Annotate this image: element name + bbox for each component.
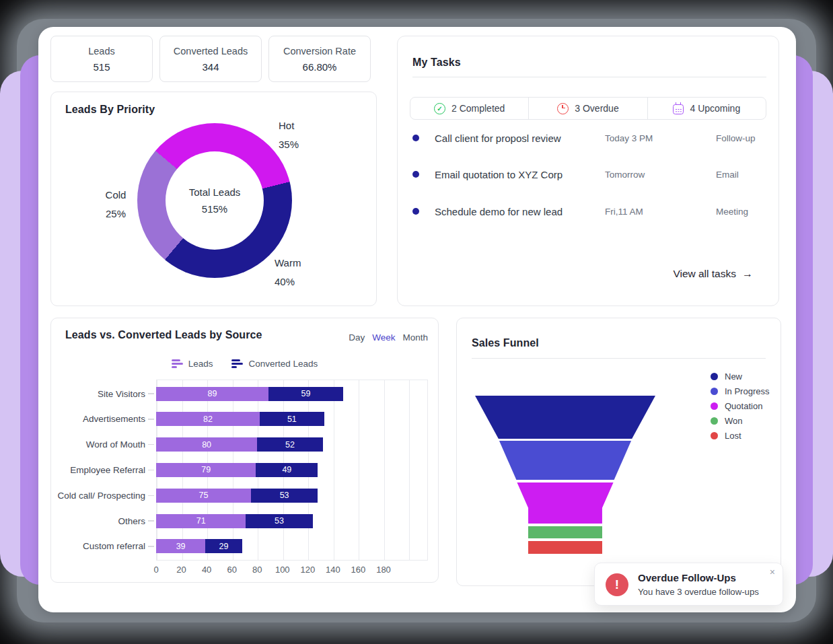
axis-tick	[148, 546, 154, 547]
task-due: Tomorrow	[605, 170, 645, 180]
funnel-legend: NewIn ProgressQuotationWonLost	[711, 372, 769, 440]
legend-dot-icon	[711, 402, 718, 410]
funnel-legend-item: In Progress	[711, 387, 769, 396]
divider	[472, 358, 766, 359]
divider	[412, 77, 766, 77]
funnel-legend-item: Won	[711, 417, 769, 425]
summary-overdue[interactable]: 3 Overdue	[528, 98, 647, 119]
bar-category-label: Cold call/ Prospecting	[51, 491, 145, 501]
funnel-chart	[475, 396, 655, 559]
bullet-icon	[412, 135, 419, 141]
legend-label: In Progress	[725, 386, 769, 396]
bar-category-label: Advertisements	[51, 414, 145, 424]
bar-row: Word of Mouth8052	[51, 437, 323, 452]
task-title: Schedule demo for new lead	[435, 206, 563, 217]
tab-month[interactable]: Month	[402, 332, 428, 343]
exclamation-icon: !	[606, 573, 628, 596]
summary-label: 4 Upcoming	[690, 103, 740, 114]
close-icon[interactable]: ×	[770, 567, 775, 577]
task-type: Meeting	[716, 207, 748, 217]
sales-funnel-panel: Sales Funnel NewIn ProgressQuotationWonL…	[456, 318, 781, 586]
bar-category-label: Custom referral	[51, 541, 145, 551]
task-row[interactable]: Email quotation to XYZ Corp Tomorrow Ema…	[412, 167, 766, 182]
task-due: Fri,11 AM	[605, 207, 643, 217]
panel-title: My Tasks	[412, 57, 461, 69]
summary-label: 3 Overdue	[575, 103, 618, 114]
bar-segment: 82	[156, 412, 260, 426]
x-axis-tick-label: 100	[275, 565, 290, 575]
legend-item-converted: Converted Leads	[231, 359, 318, 369]
check-circle-icon: ✓	[434, 103, 445, 114]
bar-category-label: Others	[51, 516, 145, 526]
axis-tick	[148, 419, 154, 420]
x-axis-tick-label: 120	[300, 565, 315, 575]
task-row[interactable]: Schedule demo for new lead Fri,11 AM Mee…	[412, 204, 766, 219]
calendar-icon	[673, 104, 684, 114]
x-axis-tick-label: 0	[153, 565, 158, 575]
axis-tick	[148, 520, 154, 522]
funnel-stage-in-progress	[475, 441, 655, 480]
view-all-label: View all tasks	[673, 268, 736, 280]
task-title: Email quotation to XYZ Corp	[435, 169, 563, 180]
funnel-legend-item: Quotation	[711, 402, 769, 410]
slice-label-cold: Cold25%	[90, 186, 141, 223]
legend-label: Won	[725, 416, 743, 426]
bars-icon	[172, 359, 183, 368]
bar-segment: 29	[205, 539, 242, 553]
legend-label: Converted Leads	[248, 359, 318, 369]
donut-center-label: Total Leads	[189, 186, 241, 198]
legend-dot-icon	[711, 388, 718, 395]
arrow-right-icon: →	[742, 268, 753, 280]
legend-dot-icon	[711, 417, 718, 425]
bar-row: Custom referral3929	[51, 539, 242, 553]
bar-row: Cold call/ Prospecting7553	[51, 489, 318, 503]
task-due: Today 3 PM	[605, 133, 653, 143]
leads-by-source-panel: Leads vs. Converted Leads by Source Day …	[50, 318, 439, 583]
stat-card-leads: Leads 515	[50, 36, 153, 82]
summary-upcoming[interactable]: 4 Upcoming	[647, 98, 766, 119]
tab-week[interactable]: Week	[372, 332, 395, 343]
bar-category-label: Employee Referral	[51, 465, 145, 475]
stat-label: Converted Leads	[174, 46, 248, 57]
bar-segment: 79	[156, 463, 256, 477]
task-row[interactable]: Call client for proposl review Today 3 P…	[412, 131, 766, 145]
funnel-stage-won	[528, 526, 602, 538]
legend-dot-icon	[711, 373, 718, 380]
legend-label: New	[725, 371, 742, 382]
x-axis-tick-label: 80	[252, 565, 262, 575]
funnel-legend-item: Lost	[711, 431, 769, 440]
task-type: Email	[716, 170, 739, 180]
slice-label-warm: Warm40%	[275, 254, 301, 291]
summary-completed[interactable]: ✓ 2 Completed	[410, 98, 528, 119]
slice-label-hot: Hot35%	[279, 116, 299, 154]
bar-segment: 89	[156, 387, 268, 401]
axis-tick	[148, 393, 154, 394]
stat-label: Conversion Rate	[283, 46, 356, 57]
bar-row: Site Visitors8959	[51, 387, 343, 401]
bar-segment: 71	[156, 514, 246, 528]
period-selector: Day Week Month	[349, 332, 428, 343]
clock-icon	[557, 103, 569, 114]
summary-label: 2 Completed	[451, 103, 505, 114]
bar-segment: 49	[256, 463, 318, 477]
tab-day[interactable]: Day	[349, 332, 365, 343]
view-all-tasks-link[interactable]: View all tasks →	[673, 268, 753, 280]
bar-segment: 59	[268, 387, 343, 401]
task-title: Call client for proposl review	[435, 133, 561, 144]
bar-segment: 53	[246, 514, 313, 528]
funnel-stage-quotation	[475, 482, 655, 524]
x-axis-tick-label: 160	[351, 565, 366, 575]
bar-segment: 39	[156, 539, 205, 553]
bar-segment: 80	[156, 437, 257, 452]
x-axis-tick-label: 60	[227, 565, 236, 575]
leads-by-priority-panel: Leads By Priority Total Leads 515% Hot35…	[50, 92, 377, 306]
axis-tick	[148, 444, 154, 445]
funnel-legend-item: New	[711, 372, 769, 381]
legend-label: Quotation	[725, 401, 762, 411]
legend-item-leads: Leads	[172, 359, 213, 369]
dashboard-card: Leads 515 Converted Leads 344 Conversion…	[38, 27, 796, 612]
stat-card-converted-leads: Converted Leads 344	[159, 36, 262, 82]
axis-tick	[148, 495, 154, 497]
panel-title: Leads By Priority	[65, 104, 155, 116]
bar-segment: 52	[257, 437, 323, 452]
